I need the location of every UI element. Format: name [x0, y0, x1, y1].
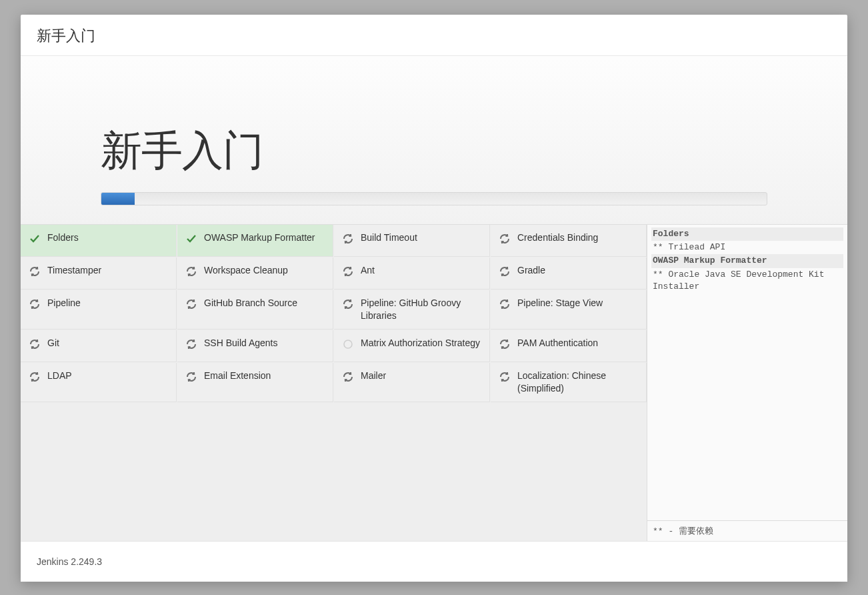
refresh-icon — [185, 265, 197, 277]
refresh-icon — [185, 338, 197, 350]
plugin-cell: Mailer — [334, 363, 490, 402]
plugin-label: GitHub Branch Source — [204, 297, 297, 310]
check-icon — [185, 233, 197, 245]
refresh-icon — [499, 371, 511, 383]
refresh-icon — [342, 371, 354, 383]
refresh-icon — [499, 233, 511, 245]
refresh-icon — [499, 265, 511, 277]
plugin-cell: Credentials Binding — [491, 225, 647, 257]
plugin-label: Timestamper — [47, 264, 101, 277]
plugin-cell: Email Extension — [177, 363, 333, 402]
install-log-panel: Folders** Trilead APIOWASP Markup Format… — [647, 225, 847, 541]
refresh-icon — [29, 265, 41, 277]
check-icon — [29, 233, 41, 245]
refresh-icon — [499, 338, 511, 350]
refresh-icon — [499, 265, 511, 277]
plugin-label: Gradle — [517, 264, 545, 277]
plugin-cell: Pipeline — [21, 290, 177, 330]
plugin-label: Pipeline — [47, 297, 81, 310]
refresh-icon — [185, 338, 197, 350]
refresh-icon — [29, 338, 41, 350]
refresh-icon — [29, 298, 41, 310]
refresh-icon — [499, 298, 511, 310]
hero-title: 新手入门 — [101, 123, 767, 179]
plugin-label: Folders — [47, 231, 79, 244]
footer: Jenkins 2.249.3 — [21, 541, 847, 582]
plugin-cell: Localization: Chinese (Simplified) — [491, 363, 647, 402]
refresh-icon — [342, 233, 354, 245]
log-line: ** Trilead API — [651, 241, 843, 254]
hero-section: 新手入门 — [21, 56, 847, 225]
plugin-label: Localization: Chinese (Simplified) — [517, 370, 639, 395]
plugin-cell: Timestamper — [21, 257, 177, 289]
refresh-icon — [342, 298, 354, 310]
plugin-label: PAM Authentication — [517, 337, 598, 350]
log-line: Folders — [651, 227, 843, 241]
plugin-label: SSH Build Agents — [204, 337, 278, 350]
plugin-cell: SSH Build Agents — [177, 330, 333, 362]
refresh-icon — [29, 371, 41, 383]
install-log-lines: Folders** Trilead APIOWASP Markup Format… — [647, 225, 847, 520]
plugin-label: OWASP Markup Formatter — [204, 231, 315, 244]
log-line: ** Oracle Java SE Development Kit Instal… — [651, 268, 843, 293]
install-progress — [101, 192, 767, 205]
plugin-label: Git — [47, 337, 59, 350]
window-title: 新手入门 — [21, 15, 847, 56]
plugin-grid: FoldersOWASP Markup FormatterBuild Timeo… — [21, 225, 647, 541]
plugin-label: LDAP — [47, 370, 72, 382]
plugin-label: Workspace Cleanup — [204, 264, 288, 277]
refresh-icon — [342, 371, 354, 383]
plugin-label: Mailer — [361, 370, 386, 382]
refresh-icon — [185, 298, 197, 310]
setup-wizard-modal: 新手入门 新手入门 FoldersOWASP Markup FormatterB… — [21, 15, 847, 582]
plugin-label: Email Extension — [204, 370, 271, 382]
plugin-cell: Workspace Cleanup — [177, 257, 333, 289]
plugin-cell: Pipeline: Stage View — [491, 290, 647, 330]
refresh-icon — [499, 338, 511, 350]
refresh-icon — [342, 265, 354, 277]
plugin-cell: Git — [21, 330, 177, 362]
plugin-label: Build Timeout — [361, 231, 417, 244]
install-log-legend: ** - 需要依赖 — [647, 520, 847, 541]
plugin-cell: Gradle — [491, 257, 647, 289]
plugin-cell: Pipeline: GitHub Groovy Libraries — [334, 290, 490, 330]
refresh-icon — [185, 265, 197, 277]
refresh-icon — [499, 298, 511, 310]
refresh-icon — [29, 265, 41, 277]
refresh-icon — [342, 265, 354, 277]
plugin-label: Pipeline: GitHub Groovy Libraries — [361, 297, 483, 322]
plugin-label: Credentials Binding — [517, 231, 598, 244]
plugin-cell: OWASP Markup Formatter — [177, 225, 333, 257]
check-icon — [185, 233, 197, 245]
plugin-cell: Build Timeout — [334, 225, 490, 257]
plugin-label: Ant — [361, 264, 375, 277]
svg-point-0 — [344, 340, 352, 348]
plugin-label: Pipeline: Stage View — [517, 297, 603, 310]
refresh-icon — [185, 371, 197, 383]
plugin-cell: Ant — [334, 257, 490, 289]
install-progress-fill — [101, 193, 135, 205]
refresh-icon — [29, 338, 41, 350]
refresh-icon — [185, 298, 197, 310]
plugin-cell: LDAP — [21, 363, 177, 402]
refresh-icon — [342, 298, 354, 310]
check-icon — [29, 233, 41, 245]
log-line: OWASP Markup Formatter — [651, 254, 843, 267]
plugin-cell: Matrix Authorization Strategy — [334, 330, 490, 362]
body-row: FoldersOWASP Markup FormatterBuild Timeo… — [21, 225, 847, 541]
refresh-icon — [29, 371, 41, 383]
jenkins-version: Jenkins 2.249.3 — [37, 556, 102, 567]
circle-icon — [342, 338, 354, 350]
plugin-cell: GitHub Branch Source — [177, 290, 333, 330]
refresh-icon — [499, 371, 511, 383]
refresh-icon — [499, 233, 511, 245]
circle-icon — [342, 338, 354, 350]
refresh-icon — [342, 233, 354, 245]
plugin-label: Matrix Authorization Strategy — [361, 337, 480, 350]
plugin-cell: Folders — [21, 225, 177, 257]
refresh-icon — [29, 298, 41, 310]
refresh-icon — [185, 371, 197, 383]
plugin-cell: PAM Authentication — [491, 330, 647, 362]
